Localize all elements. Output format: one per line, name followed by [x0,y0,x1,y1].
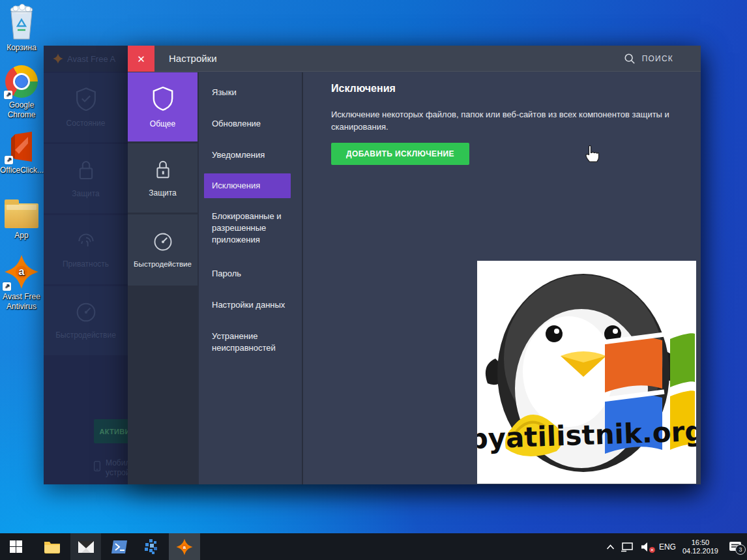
desktop-icon-app-folder[interactable]: App [0,197,43,241]
add-exclusion-button[interactable]: ДОБАВИТЬ ИСКЛЮЧЕНИЕ [331,143,469,165]
chrome-icon: ↗ [5,65,38,98]
menu-item-troubleshooting[interactable]: Устранение неисправностей [199,331,284,354]
taskbar-mail[interactable] [70,533,101,560]
avast-settings-window: ✕ Настройки ПОИСК Общее [128,46,701,484]
network-icon[interactable] [621,542,634,552]
powershell-icon [111,540,128,554]
file-explorer-icon [44,540,61,553]
category-performance[interactable]: Быстродействие [128,214,198,286]
recycle-bin-icon [7,4,37,40]
menu-item-notifications[interactable]: Уведомления [199,149,302,161]
window-title: Avast Free A [67,54,115,64]
settings-category-rail: Общее Защита Быстродействие [128,72,198,484]
close-button[interactable]: ✕ [128,46,154,72]
search-icon [624,53,636,65]
tray-language[interactable]: ENG [659,542,676,552]
desktop-icon-label: Корзина [0,43,43,53]
settings-content: Исключения Исключение некоторых файлов, … [303,72,701,484]
tray-date: 04.12.2019 [682,547,718,555]
lock-icon [76,159,96,181]
menu-item-blocked-allowed-apps[interactable]: Блокированные и разрешенные приложения [199,211,290,246]
category-protection[interactable]: Защита [128,143,198,213]
taskbar-pixel-app[interactable] [135,533,166,560]
shield-icon [152,86,174,111]
pixel-sphere-icon [143,538,159,555]
svg-text:a: a [183,544,186,550]
notification-badge: 3 [735,544,746,555]
shortcut-arrow-icon: ↗ [4,91,12,99]
action-center-icon[interactable]: 3 [729,541,742,552]
menu-item-exclusions[interactable]: Исключения [204,173,291,198]
start-button[interactable] [0,533,31,560]
desktop: Корзина ↗ Google Chrome ↗ OfficeClick...… [0,0,747,560]
folder-icon [5,197,38,228]
category-general[interactable]: Общее [128,72,198,141]
penguin-windows-logo: pyatilistnik.org [477,261,696,484]
watermark-image: pyatilistnik.org [477,261,696,484]
taskbar-file-explorer[interactable] [37,533,68,560]
desktop-icon-label: App [0,231,43,241]
avast-icon: a [176,538,193,555]
taskbar: a ✕ ENG 16:50 04.12.2019 [0,533,747,560]
phone-icon [94,458,100,474]
fingerprint-icon [76,231,96,252]
search-control[interactable]: ПОИСК [624,46,673,72]
system-tray: ✕ ENG 16:50 04.12.2019 3 [606,533,747,560]
desktop-icon-avast[interactable]: a ↗ Avast Free Antivirus [0,254,43,312]
tray-clock[interactable]: 16:50 04.12.2019 [682,538,718,555]
menu-item-update[interactable]: Обновление [199,118,302,130]
taskbar-powershell[interactable] [104,533,135,560]
menu-item-password[interactable]: Пароль [199,268,302,280]
mail-icon [78,540,95,553]
settings-submenu: Языки Обновление Уведомления Исключения … [198,72,303,484]
office-icon: ↗ [6,130,37,163]
main-sidebar: Состояние Защита Приватность [44,73,128,357]
page-description: Исключение некоторых файлов, папок или в… [331,108,673,133]
settings-titlebar: ✕ Настройки ПОИСК [128,46,701,72]
avast-main-titlebar: Avast Free A [44,46,128,72]
shield-check-icon [75,87,97,111]
desktop-icon-recycle-bin[interactable]: Корзина [0,4,43,53]
desktop-icon-chrome[interactable]: ↗ Google Chrome [0,65,43,120]
avast-logo-icon [53,53,63,64]
desktop-icon-label: Google Chrome [0,100,43,120]
shortcut-arrow-icon: ↗ [3,282,11,291]
desktop-icon-office[interactable]: ↗ OfficeClick... [0,130,43,175]
page-title: Исключения [331,83,396,95]
volume-muted-icon[interactable]: ✕ [641,542,652,552]
sidebar-item-performance[interactable]: Быстродействие [44,286,128,355]
tray-chevron-up-icon[interactable] [606,544,615,550]
speedometer-icon [153,232,173,252]
lock-icon [154,159,172,180]
desktop-icon-label: OfficeClick... [0,166,43,175]
desktop-icon-label: Avast Free Antivirus [0,292,43,312]
menu-item-data-settings[interactable]: Настройки данных [199,299,302,311]
sidebar-item-status[interactable]: Состояние [44,73,128,142]
tray-time: 16:50 [682,538,718,547]
menu-item-languages[interactable]: Языки [199,87,302,98]
search-label: ПОИСК [642,54,673,63]
sidebar-item-privacy[interactable]: Приватность [44,215,128,284]
sidebar-item-protection[interactable]: Защита [44,144,128,213]
avast-icon: a ↗ [4,254,39,289]
shortcut-arrow-icon: ↗ [5,156,13,164]
settings-title: Настройки [169,53,217,64]
speedometer-icon [76,302,96,323]
svg-text:a: a [18,265,25,277]
taskbar-avast[interactable]: a [169,533,200,560]
windows-logo-icon [10,540,22,553]
